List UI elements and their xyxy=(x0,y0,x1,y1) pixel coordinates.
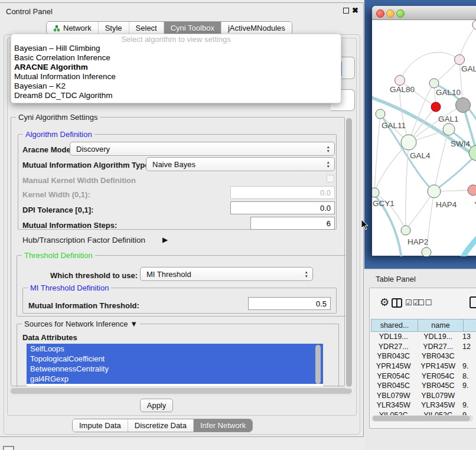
tab-label: Style xyxy=(105,24,122,32)
dpi-tolerance-field[interactable]: 0.0 xyxy=(230,201,335,214)
network-node[interactable] xyxy=(428,185,441,198)
table-cell: YDR27... xyxy=(371,343,416,351)
table-row[interactable]: YBR045CYBR045C9. xyxy=(371,381,476,391)
network-node[interactable] xyxy=(468,185,476,195)
network-node[interactable] xyxy=(395,76,405,86)
minimize-traffic-light[interactable] xyxy=(386,9,395,18)
algorithm-option[interactable]: Mutual Information Inference xyxy=(11,72,341,81)
network-node[interactable] xyxy=(401,135,416,150)
screen: Control Panel ✖ NetworkStyleSelectCyni T… xyxy=(0,0,476,450)
network-node[interactable] xyxy=(429,79,439,88)
zoom-traffic-light[interactable] xyxy=(396,9,405,18)
table-cell: YBL079W xyxy=(416,392,459,400)
expand-arrow-icon[interactable]: ▶ xyxy=(162,236,168,244)
network-view-window: GALGAL80GAL10GAL11GAL1SWI4GAL4GCY1HAP4YH… xyxy=(372,6,476,256)
cyni-algorithm-settings-title: Cyni Algorithm Settings xyxy=(16,113,100,122)
data-attributes-label: Data Attributes xyxy=(22,333,77,342)
table-cell: 13 xyxy=(460,332,476,341)
network-node[interactable] xyxy=(372,188,379,197)
table-cell: YDL19... xyxy=(416,332,459,341)
new-table-icon[interactable] xyxy=(470,296,476,308)
close-traffic-light[interactable] xyxy=(376,9,384,18)
tab-select[interactable]: Select xyxy=(129,22,164,34)
attribute-item[interactable]: SelfLoops xyxy=(27,344,323,354)
bottom-tabs: Impute DataDiscretize DataInfer Network xyxy=(72,419,253,432)
network-node[interactable] xyxy=(422,247,431,256)
mi-steps-field[interactable]: 6 xyxy=(250,217,335,230)
table-row[interactable]: YDR27...YDR27...12 xyxy=(371,342,476,352)
table-hscrollbar-thumb[interactable] xyxy=(373,416,470,421)
table-row[interactable]: YLR345WYLR345W9. xyxy=(371,400,476,410)
tab-network[interactable]: Network xyxy=(47,22,99,34)
minimized-panel-icon[interactable] xyxy=(3,446,14,450)
algorithm-option[interactable]: Dream8 DC_TDC Algorithm xyxy=(11,91,341,100)
algorithm-option[interactable]: Bayesian – Hill Climbing xyxy=(11,44,341,53)
tab-label: Infer Network xyxy=(200,421,246,430)
tab-impute-data[interactable]: Impute Data xyxy=(73,419,128,432)
data-attributes-list[interactable]: SelfLoopsTopologicalCoefficientBetweenne… xyxy=(27,344,323,386)
aracne-mode-select[interactable]: Discovery ▲▼ xyxy=(70,142,335,156)
table-rows: YDL19...YDL19...13YDR27...YDR27...12YBR0… xyxy=(371,332,476,415)
settings-hscrollbar-thumb[interactable] xyxy=(11,388,352,394)
network-node[interactable] xyxy=(401,226,410,235)
network-node[interactable] xyxy=(472,20,476,30)
network-window-titlebar[interactable] xyxy=(372,6,476,20)
network-node[interactable] xyxy=(456,98,471,113)
kernel-width-field[interactable]: 0.0 xyxy=(230,186,335,199)
columns-icon[interactable] xyxy=(392,298,402,308)
manual-kernel-checkbox[interactable] xyxy=(327,175,334,182)
tab-infer-network[interactable]: Infer Network xyxy=(194,419,252,432)
network-node[interactable] xyxy=(376,109,385,119)
which-threshold-value: MI Threshold xyxy=(146,270,191,279)
attribute-item[interactable]: gal4RGexp xyxy=(27,374,323,384)
attribute-item[interactable]: BetweennessCentrality xyxy=(27,364,323,374)
mi-type-select[interactable]: Naive Bayes ▲▼ xyxy=(146,157,335,171)
table-row[interactable]: YDL19...YDL19...13 xyxy=(371,332,476,342)
deselect-all-checkboxes-icon[interactable]: ☐☐ xyxy=(418,298,432,307)
table-cell: YLR345W xyxy=(416,401,459,409)
network-node[interactable] xyxy=(443,123,455,135)
node-label: HAP4 xyxy=(436,200,457,209)
tab-style[interactable]: Style xyxy=(99,22,129,34)
attribute-item[interactable]: TopologicalCoefficient xyxy=(27,354,323,364)
algorithm-option[interactable]: Basic Correlation Inference xyxy=(11,53,341,63)
algorithm-option[interactable]: Bayesian – K2 xyxy=(11,81,341,91)
tab-label: Network xyxy=(63,24,92,32)
node-label: GAL80 xyxy=(390,85,415,94)
float-window-icon[interactable] xyxy=(343,8,349,14)
table-cell: YDR27... xyxy=(416,343,459,351)
table-cell: 9. xyxy=(460,401,476,409)
settings-vscrollbar-thumb[interactable] xyxy=(346,118,352,387)
table-row[interactable]: YPR145WYPR145W9. xyxy=(371,361,476,371)
stepper-icon: ▲▼ xyxy=(327,160,330,168)
which-threshold-select[interactable]: MI Threshold ▲▼ xyxy=(140,267,313,281)
collapse-arrow-icon[interactable]: ▼ xyxy=(130,319,138,328)
tab-cyni-toolbox[interactable]: Cyni Toolbox xyxy=(164,22,221,34)
kernel-width-label: Kernel Width (0,1): xyxy=(22,190,90,199)
column-header[interactable]: shared... xyxy=(371,319,418,332)
table-row[interactable]: YIL052CYIL052C9 xyxy=(371,410,476,415)
algorithm-option[interactable]: ARACNE Algorithm xyxy=(11,63,341,72)
close-icon[interactable]: ✖ xyxy=(352,6,358,15)
table-cell: YIL052C xyxy=(416,411,459,415)
table-cell: 9. xyxy=(460,381,476,390)
column-header[interactable]: name xyxy=(418,319,463,332)
attributes-scrollbar[interactable] xyxy=(315,345,321,384)
hub-definition-label: Hub/Transcription Factor Definition xyxy=(22,236,145,244)
network-node[interactable] xyxy=(455,55,465,65)
table-row[interactable]: YBL079WYBL079W xyxy=(371,391,476,401)
tab-jactivemnodules[interactable]: jActiveMNodules xyxy=(221,22,292,34)
gear-icon[interactable]: ⚙ xyxy=(380,297,389,308)
mi-steps-label: Mutual Information Steps: xyxy=(22,221,117,230)
network-node[interactable] xyxy=(431,102,441,112)
apply-button[interactable]: Apply xyxy=(140,399,173,412)
column-header[interactable] xyxy=(463,319,476,332)
mi-threshold-field[interactable]: 0.5 xyxy=(248,297,331,310)
network-icon xyxy=(53,25,60,32)
table-row[interactable]: YER054CYER054C8. xyxy=(371,371,476,381)
table-cell: YBR043C xyxy=(416,352,459,360)
network-canvas[interactable]: GALGAL80GAL10GAL11GAL1SWI4GAL4GCY1HAP4YH… xyxy=(372,20,476,256)
tab-discretize-data[interactable]: Discretize Data xyxy=(128,419,194,432)
desktop-background: GALGAL80GAL10GAL11GAL1SWI4GAL4GCY1HAP4YH… xyxy=(364,0,476,269)
table-row[interactable]: YBR043CYBR043C xyxy=(371,351,476,361)
